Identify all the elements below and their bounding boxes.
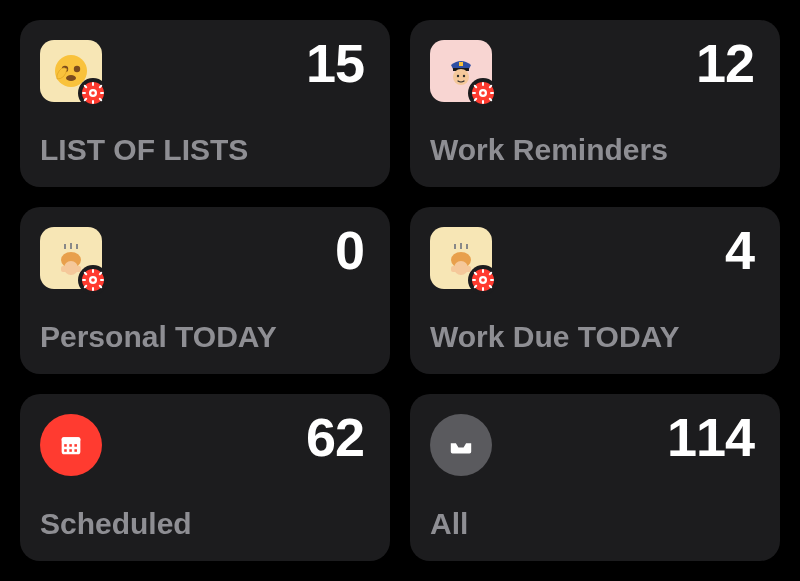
card-label: LIST OF LISTS bbox=[40, 133, 364, 167]
svg-rect-68 bbox=[62, 437, 81, 441]
bowing-icon bbox=[430, 227, 492, 289]
svg-rect-9 bbox=[100, 92, 104, 94]
svg-rect-51 bbox=[466, 244, 468, 249]
card-list-of-lists[interactable]: 15 LIST OF LISTS bbox=[20, 20, 390, 187]
svg-rect-31 bbox=[64, 244, 66, 249]
police-icon bbox=[430, 40, 492, 102]
card-count: 15 bbox=[306, 36, 364, 90]
card-top: 4 bbox=[430, 227, 754, 289]
svg-rect-60 bbox=[472, 279, 476, 281]
card-label: Personal TODAY bbox=[40, 320, 364, 354]
svg-rect-69 bbox=[64, 444, 67, 447]
svg-rect-23 bbox=[482, 100, 484, 104]
card-count: 12 bbox=[696, 36, 754, 90]
card-personal-today[interactable]: 0 Personal TODAY bbox=[20, 207, 390, 374]
card-label: Scheduled bbox=[40, 507, 364, 541]
svg-rect-40 bbox=[92, 269, 94, 273]
card-work-reminders[interactable]: 12 Work Reminders bbox=[410, 20, 780, 187]
svg-rect-74 bbox=[74, 449, 77, 452]
svg-point-48 bbox=[91, 278, 95, 282]
tray-icon bbox=[430, 414, 492, 476]
svg-rect-42 bbox=[82, 279, 86, 281]
face-peeking-icon bbox=[40, 40, 102, 102]
svg-rect-49 bbox=[454, 244, 456, 249]
calendar-icon bbox=[40, 414, 102, 476]
card-count: 4 bbox=[725, 223, 754, 277]
svg-rect-33 bbox=[76, 244, 78, 249]
svg-rect-7 bbox=[92, 100, 94, 104]
card-scheduled[interactable]: 62 Scheduled bbox=[20, 394, 390, 561]
gear-badge-icon bbox=[468, 78, 498, 108]
svg-point-19 bbox=[463, 75, 465, 77]
card-work-due-today[interactable]: 4 Work Due TODAY bbox=[410, 207, 780, 374]
svg-rect-25 bbox=[490, 92, 494, 94]
svg-rect-50 bbox=[460, 243, 462, 249]
svg-point-18 bbox=[457, 75, 459, 77]
card-label: All bbox=[430, 507, 754, 541]
card-all[interactable]: 114 All bbox=[410, 394, 780, 561]
svg-rect-32 bbox=[70, 243, 72, 249]
bowing-icon bbox=[40, 227, 102, 289]
svg-rect-72 bbox=[64, 449, 67, 452]
svg-rect-59 bbox=[482, 287, 484, 291]
svg-rect-24 bbox=[472, 92, 476, 94]
card-label: Work Reminders bbox=[430, 133, 754, 167]
svg-point-30 bbox=[481, 91, 485, 95]
gear-badge-icon bbox=[78, 78, 108, 108]
card-top: 12 bbox=[430, 40, 754, 102]
svg-rect-43 bbox=[100, 279, 104, 281]
card-count: 62 bbox=[306, 410, 364, 464]
svg-point-66 bbox=[481, 278, 485, 282]
svg-rect-22 bbox=[482, 82, 484, 86]
svg-rect-16 bbox=[459, 62, 463, 66]
card-top: 114 bbox=[430, 414, 754, 476]
svg-rect-41 bbox=[92, 287, 94, 291]
svg-point-2 bbox=[74, 66, 80, 72]
svg-rect-8 bbox=[82, 92, 86, 94]
gear-badge-icon bbox=[78, 265, 108, 295]
card-top: 62 bbox=[40, 414, 364, 476]
gear-badge-icon bbox=[468, 265, 498, 295]
svg-rect-61 bbox=[490, 279, 494, 281]
svg-rect-58 bbox=[482, 269, 484, 273]
card-top: 15 bbox=[40, 40, 364, 102]
svg-rect-36 bbox=[61, 266, 67, 272]
svg-point-14 bbox=[91, 91, 95, 95]
card-top: 0 bbox=[40, 227, 364, 289]
reminders-grid: 15 LIST OF LISTS bbox=[0, 0, 800, 581]
svg-point-3 bbox=[66, 75, 76, 81]
svg-rect-54 bbox=[451, 266, 457, 272]
card-count: 114 bbox=[667, 410, 754, 464]
card-label: Work Due TODAY bbox=[430, 320, 754, 354]
svg-rect-71 bbox=[74, 444, 77, 447]
svg-rect-73 bbox=[69, 449, 72, 452]
svg-rect-6 bbox=[92, 82, 94, 86]
card-count: 0 bbox=[335, 223, 364, 277]
svg-rect-70 bbox=[69, 444, 72, 447]
